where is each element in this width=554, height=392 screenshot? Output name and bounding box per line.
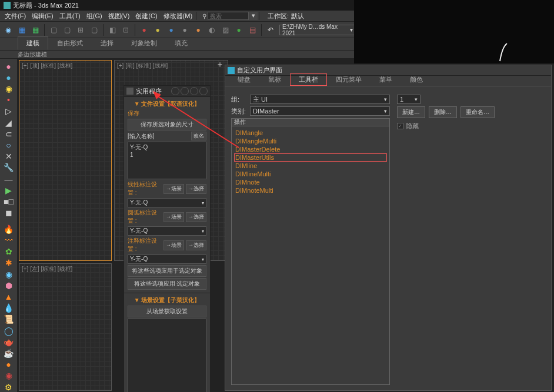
viewport-front-label[interactable]: [+] [前] [标准] [线框] [117,62,168,70]
tool-btn2[interactable]: ▦ [16,24,28,36]
rail-edge-icon[interactable]: ◢ [2,118,15,128]
attach-btn-1[interactable]: 将这些选项应用于选定对象 [128,265,206,277]
ribbon-sub-label[interactable]: 多边形建模 [18,51,47,59]
action-item-6[interactable]: DIMnote [234,178,387,186]
category-dropdown[interactable]: DIMaster [250,106,390,116]
ribbon-tab-selection[interactable]: 选择 [92,36,122,50]
tab-keyboard[interactable]: 键盘 [229,73,259,86]
viewport-top-label[interactable]: [+] [顶] [标准] [线框] [22,62,72,70]
rail-ring-icon[interactable]: ○ [2,140,15,150]
tool-btn3[interactable]: ▦ [29,24,41,36]
tool-btn6[interactable]: ⊞ [75,24,86,36]
rail-ball-icon[interactable]: ● [2,360,15,370]
sphere-blue-icon[interactable]: ● [165,24,177,36]
menu-tools[interactable]: 工具(T) [57,12,83,21]
note-sel-btn[interactable]: →选择 [186,240,206,250]
tool-stack-icon[interactable]: ▤ [246,24,258,36]
rail-point-icon[interactable]: • [2,95,15,105]
sphere-green-icon[interactable]: ● [233,24,245,36]
viewport-left-label[interactable]: [+] [左] [标准] [线框] [22,265,72,273]
tool-btn4[interactable]: ▢ [48,24,59,36]
menu-create[interactable]: 创建(C) [133,12,159,21]
rail-lasso-icon[interactable]: ⊂ [2,129,15,139]
sphere-orange-icon[interactable]: ● [192,24,204,36]
command-tab-2[interactable] [181,87,189,95]
rail-toy-icon[interactable]: ⬢ [2,280,15,290]
note-scene-btn[interactable]: →场景 [163,240,184,250]
viewport-left[interactable]: [+] [左] [标准] [线框] [19,263,112,391]
undo-icon[interactable]: ↶ [265,24,276,36]
save-selected-button[interactable]: 保存所选对象的尺寸 [128,119,206,130]
rail-cursor-icon[interactable]: ▷ [2,106,15,116]
rail-drum-icon[interactable]: ◉ [2,371,15,381]
action-item-7[interactable]: DIMnoteMulti [234,186,387,195]
linear-scene-btn[interactable]: →场景 [163,184,184,194]
delete-button[interactable]: 删除… [429,106,457,118]
command-tab-3[interactable] [190,87,198,95]
rail-wrench-icon[interactable]: 🔧 [2,163,15,173]
sphere-icon[interactable]: ◐ [206,24,218,36]
rail-flame-icon[interactable]: ▲ [2,292,15,301]
ribbon-tab-populate[interactable]: 填充 [166,36,196,50]
scene-list[interactable] [128,319,206,392]
menu-modifier[interactable]: 修改器(M) [161,12,195,21]
search-box[interactable]: ⚲ ▾ [202,12,258,20]
search-dropdown[interactable]: ▾ [249,12,258,20]
arc-dropdown[interactable]: Y-无-Q [128,226,206,236]
rail-wave-icon[interactable]: 〰 [2,235,15,245]
rail-leaf-icon[interactable]: ✿ [2,247,15,257]
hatch-icon[interactable]: ▨ [219,24,231,36]
action-list[interactable]: DIMangle DIMangleMulti DIMasterDelete DI… [231,126,390,385]
tab-menu[interactable]: 菜单 [371,73,401,86]
group-dropdown[interactable]: 主 UI [250,95,390,104]
new-button[interactable]: 新建… [397,106,425,118]
viewport-top[interactable]: [+] [顶] [标准] [线框] [19,60,112,261]
list-row-1[interactable]: Y-无-Q [130,143,204,152]
hide-checkbox[interactable]: ✓ 隐藏 [397,122,545,130]
utility-header[interactable]: 实用程序 [124,86,210,96]
rail-bug-icon[interactable]: ✱ [2,258,15,268]
scene-pref-button[interactable]: 从场景获取设置 [128,306,206,317]
tab-toolbar[interactable]: 工具栏 [290,73,327,86]
tool-btn8[interactable]: ◧ [106,24,118,36]
rail-fire-icon[interactable]: 🔥 [2,224,15,234]
list-row-2[interactable]: 1 [130,152,204,158]
note-dropdown[interactable]: Y-无-Q [128,254,206,264]
scene-settings-title[interactable]: ▼ 场景设置【子菜汉化】 [128,296,206,304]
rail-sphere-icon[interactable]: ● [2,61,15,71]
rail-play-icon[interactable]: ▶ [2,185,15,195]
rename-button[interactable]: 改名 [191,132,206,140]
search-input[interactable] [208,12,249,20]
rail-stop-icon[interactable]: ◼ [2,208,15,218]
sphere-red-icon[interactable]: ● [138,24,150,36]
rail-sq-icon[interactable]: ■□ [2,196,15,206]
attach-btn-2[interactable]: 将这些选项应用 选定对象 [128,278,206,290]
tool-btn5[interactable]: ▢ [61,24,73,36]
rail-spiral-icon[interactable]: ◉ [2,269,15,279]
linear-sel-btn[interactable]: →选择 [186,184,206,194]
menu-view[interactable]: 视图(V) [106,12,132,21]
action-item-0[interactable]: DIMangle [234,129,387,137]
name-list[interactable]: Y-无-Q 1 [128,142,206,179]
rail-coffee-icon[interactable]: ☕ [2,348,15,358]
command-tab-1[interactable] [171,87,179,95]
rail-ring2-icon[interactable]: ◯ [2,326,15,336]
sphere-gray-icon[interactable]: ● [179,24,191,36]
tab-quad[interactable]: 四元菜单 [327,73,371,86]
action-item-3[interactable]: DIMasterUtils [234,153,387,162]
right-count-dropdown[interactable]: 1 [397,95,420,104]
action-item-4[interactable]: DIMline [234,162,387,170]
rail-line-icon[interactable]: — [2,174,15,184]
rail-drop-icon[interactable]: 💧 [2,303,15,313]
workspace-value[interactable]: 默认 [291,12,304,21]
rail-teapot-icon[interactable]: 🫖 [2,337,15,347]
ribbon-tab-modeling[interactable]: 建模 [18,36,48,50]
action-list-header[interactable]: 操作 [231,118,390,126]
action-item-1[interactable]: DIMangleMulti [234,137,387,145]
tab-mouse[interactable]: 鼠标 [259,73,290,86]
menu-edit[interactable]: 编辑(E) [29,12,56,21]
rail-sphere2-icon[interactable]: ● [2,72,15,82]
command-tab-4[interactable] [199,87,208,95]
ribbon-tab-objpaint[interactable]: 对象绘制 [122,36,166,50]
menu-file[interactable]: 文件(F) [2,12,28,21]
